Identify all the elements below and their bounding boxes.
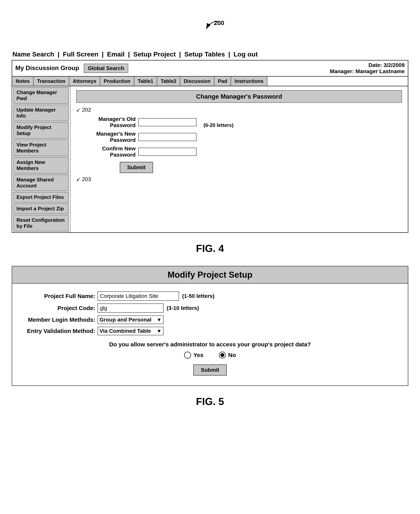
fig5-login-methods-value: Group and Personal [99, 317, 151, 323]
header-left: My Discussion Group Global Search [15, 64, 128, 73]
form-group-old-pwd: Manager's Old Password [76, 116, 196, 128]
dropdown-arrow-icon-2: ▼ [157, 328, 162, 334]
sidebar-view-project-members[interactable]: View Project Members [13, 140, 69, 156]
tab-discussion[interactable]: Discussion [180, 77, 215, 86]
form-area: ↙ 202 Manager's Old Password Manager's N… [76, 107, 402, 182]
manager-label: Manager: Manager Lastname [330, 68, 405, 75]
fig5-fullname-hint: (1-50 letters) [182, 293, 215, 299]
nav-name-search[interactable]: Name Search [12, 50, 54, 58]
radio-yes-option[interactable]: Yes [184, 352, 203, 359]
tab-table1[interactable]: Table1 [134, 77, 157, 86]
submit-button[interactable]: Submit [120, 162, 153, 173]
main-content: Change Manager Pwd Update Manager Info M… [12, 86, 408, 232]
hint-text: (6-20 letters) [203, 122, 233, 128]
arrow-200-container: 200 [12, 19, 408, 35]
radio-no-label: No [228, 352, 236, 358]
old-password-input[interactable] [138, 118, 196, 126]
fig5-validation-select[interactable]: Via Combined Table ▼ [98, 327, 164, 335]
label-203: ↙ 203 [76, 176, 196, 182]
fig4-caption: FIG. 4 [12, 242, 408, 254]
fig5-code-input[interactable] [98, 303, 164, 313]
tab-table2[interactable]: Table2 [157, 77, 180, 86]
sidebar-change-manager-pwd[interactable]: Change Manager Pwd [13, 87, 69, 104]
sidebar-update-manager-info[interactable]: Update Manager Info [13, 105, 69, 121]
fig5-fullname-input[interactable] [98, 291, 179, 301]
tab-transaction[interactable]: Transaction [34, 77, 69, 86]
sidebar-import-project-zip[interactable]: Import a Project Zip [13, 203, 69, 214]
new-pwd-label: Manager's New Password [76, 131, 138, 143]
top-nav: Name Search | Full Screen | Email | Setu… [12, 50, 408, 58]
confirm-password-input[interactable] [138, 148, 196, 156]
hint-area: (6-20 letters) [200, 122, 233, 128]
fig5-question: Do you allow server's administrator to a… [24, 341, 396, 348]
fig5-fullname-label: Project Full Name: [24, 293, 98, 299]
nav-email[interactable]: Email [107, 50, 125, 58]
confirm-pwd-label: Confirm New Password [76, 145, 138, 158]
fig5-validation-label: Entry Validation Method: [24, 328, 98, 334]
fig5-submit-row: Submit [24, 364, 396, 376]
submit-row: Submit [76, 162, 196, 173]
form-group-new-pwd: Manager's New Password [76, 131, 196, 143]
nav-full-screen[interactable]: Full Screen [63, 50, 98, 58]
fig5-login-methods-label: Member Login Methods: [24, 317, 98, 323]
tab-pad[interactable]: Pad [214, 77, 231, 86]
fig5-login-methods-select[interactable]: Group and Personal ▼ [98, 316, 164, 324]
sidebar-reset-configuration[interactable]: Reset Configuration by File [13, 215, 69, 232]
sidebar: Change Manager Pwd Update Manager Info M… [12, 86, 70, 232]
header-right: Date: 3/2/2009 Manager: Manager Lastname [330, 62, 405, 75]
radio-no-option[interactable]: No [219, 352, 236, 359]
tab-notes[interactable]: Notes [12, 77, 34, 86]
fig5-title: Modify Project Setup [12, 266, 408, 284]
sidebar-manage-shared-account[interactable]: Manage Shared Account [13, 174, 69, 191]
radio-no-circle[interactable] [219, 352, 226, 359]
fig5-code-label: Project Code: [24, 305, 98, 311]
sidebar-export-project-files[interactable]: Export Project Files [13, 192, 69, 203]
fig5-row-validation: Entry Validation Method: Via Combined Ta… [24, 327, 396, 335]
nav-setup-project[interactable]: Setup Project [133, 50, 176, 58]
sidebar-assign-new-members[interactable]: Assign New Members [13, 157, 69, 174]
radio-yes-circle[interactable] [184, 352, 191, 359]
sidebar-modify-project-setup[interactable]: Modify Project Setup [13, 122, 69, 139]
radio-yes-label: Yes [193, 352, 203, 358]
nav-setup-tables[interactable]: Setup Tables [184, 50, 225, 58]
group-name: My Discussion Group [15, 64, 79, 71]
fig5-section: Modify Project Setup Project Full Name: … [12, 266, 408, 386]
form-group-confirm-pwd: Confirm New Password [76, 145, 196, 158]
old-pwd-label: Manager's Old Password [76, 116, 138, 128]
new-password-input[interactable] [138, 133, 196, 141]
fig5-code-hint: (3-10 letters) [167, 305, 199, 311]
label-202: ↙ 202 [76, 107, 196, 113]
tab-production[interactable]: Production [100, 77, 134, 86]
fig5-validation-value: Via Combined Table [99, 328, 151, 334]
date-label: Date: 3/2/2009 [330, 62, 405, 68]
fig5-row-fullname: Project Full Name: (1-50 letters) [24, 291, 396, 301]
fig5-caption: FIG. 5 [12, 396, 408, 407]
fig4-section: 200 Name Search | Full Screen | Email | … [12, 19, 408, 233]
dropdown-arrow-icon: ▼ [157, 317, 162, 323]
fig5-content: Project Full Name: (1-50 letters) Projec… [12, 284, 408, 385]
main-header: My Discussion Group Global Search Date: … [12, 60, 408, 77]
label-200: 200 [214, 19, 224, 27]
radio-row: Yes No [24, 352, 396, 359]
main-box: My Discussion Group Global Search Date: … [12, 60, 408, 233]
nav-logout[interactable]: Log out [233, 50, 258, 58]
fig5-row-login-methods: Member Login Methods: Group and Personal… [24, 316, 396, 324]
global-search-btn[interactable]: Global Search [84, 64, 128, 73]
fig5-submit-button[interactable]: Submit [193, 364, 227, 376]
tab-attorneys[interactable]: Attorneys [69, 77, 100, 86]
fig5-row-code: Project Code: (3-10 letters) [24, 303, 396, 313]
tab-row: Notes Transaction Attorneys Production T… [12, 77, 408, 86]
panel-title: Change Manager's Password [76, 90, 402, 103]
tab-instructions[interactable]: Instructions [231, 77, 267, 86]
right-panel: Change Manager's Password ↙ 202 Manager'… [70, 86, 408, 232]
